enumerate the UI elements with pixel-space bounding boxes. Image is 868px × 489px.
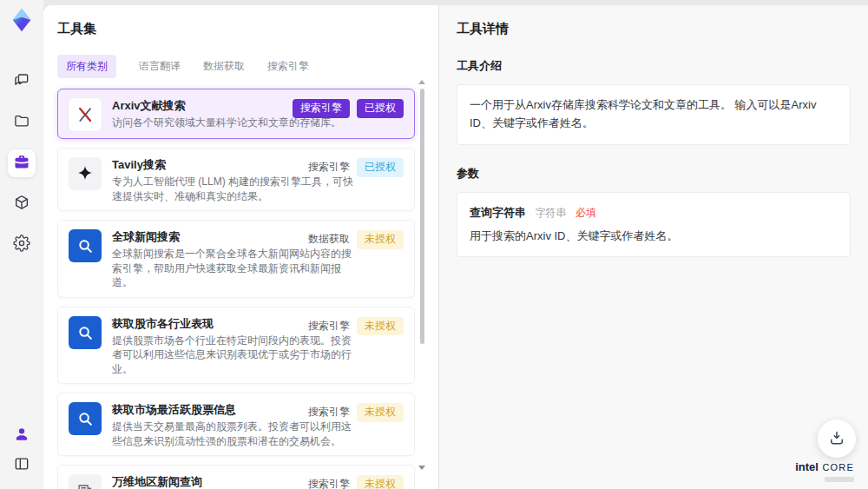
sidebar bbox=[0, 0, 43, 489]
tool-description: 全球新闻搜索是一个聚合全球各大新闻网站内容的搜索引擎，帮助用户快速获取全球最新资… bbox=[112, 247, 355, 290]
tab-all[interactable]: 所有类别 bbox=[57, 55, 116, 78]
tool-detail-panel: 工具详情 工具介绍 一个用于从Arxiv存储库搜索科学论文和文章的工具。 输入可… bbox=[439, 5, 868, 489]
tool-card-list: Arxiv文献搜索 访问各个研究领域大量科学论文和文章的存储库。 搜索引擎 已授… bbox=[57, 89, 415, 489]
sidebar-bottom bbox=[10, 425, 33, 489]
tool-auth-badge: 未授权 bbox=[357, 475, 404, 489]
scroll-down-arrow[interactable] bbox=[418, 466, 425, 470]
app-window: 工具集 所有类别语言翻译数据获取搜索引擎 Arxiv文献搜索 访问各个研究领域大… bbox=[0, 0, 868, 489]
tab-data[interactable]: 数据获取 bbox=[203, 55, 245, 78]
tool-auth-badge: 未授权 bbox=[357, 230, 404, 249]
download-button[interactable] bbox=[818, 420, 856, 458]
tool-card[interactable]: 获取股市各行业表现 提供股票市场各个行业在特定时间段内的表现。投资者可以利用这些… bbox=[57, 307, 415, 385]
intel-brand-text: intel bbox=[795, 460, 819, 473]
tool-auth-badge: 已授权 bbox=[357, 158, 404, 177]
category-tabs: 所有类别语言翻译数据获取搜索引擎 bbox=[57, 55, 438, 78]
tool-auth-badge: 已授权 bbox=[357, 99, 404, 118]
sidebar-item-settings[interactable] bbox=[8, 231, 36, 259]
data-service-icon bbox=[69, 402, 102, 435]
package-icon bbox=[13, 194, 30, 215]
parameter-type: 字符串 bbox=[535, 207, 566, 219]
data-service-icon bbox=[69, 316, 102, 349]
intel-core-logo: intel CORE bbox=[795, 459, 854, 482]
tool-card[interactable]: 万维地区新闻查询 查询具体行政区划内的新闻，快速了解各地新闻动态 搜索引擎 未授… bbox=[57, 465, 415, 489]
tool-category-tag: 搜索引擎 bbox=[308, 405, 350, 420]
sidebar-item-profile[interactable] bbox=[10, 425, 33, 447]
folder-icon bbox=[13, 112, 30, 133]
parameter-required-badge: 必填 bbox=[575, 207, 596, 219]
sidebar-item-chat[interactable] bbox=[8, 68, 36, 96]
parameter-card: 查询字符串 字符串 必填 用于搜索的Arxiv ID、关键字或作者姓名。 bbox=[457, 192, 851, 258]
arxiv-logo-icon bbox=[69, 98, 102, 131]
processor-badge bbox=[825, 477, 854, 482]
sidebar-item-packages[interactable] bbox=[8, 190, 36, 218]
tool-description: 专为人工智能代理 (LLM) 构建的搜索引擎工具，可快速提供实时、准确和真实的结… bbox=[112, 175, 355, 203]
tool-card[interactable]: Tavily搜索 专为人工智能代理 (LLM) 构建的搜索引擎工具，可快速提供实… bbox=[57, 148, 415, 211]
tool-category-tag: 搜索引擎 bbox=[308, 319, 350, 334]
tool-card[interactable]: 获取市场最活跃股票信息 提供当天交易量最高的股票列表。投资者可以利用这些信息来识… bbox=[57, 393, 415, 456]
download-icon bbox=[828, 429, 845, 449]
gear-icon bbox=[13, 235, 30, 255]
parameter-header: 查询字符串 字符串 必填 bbox=[470, 204, 838, 221]
tool-description: 提供当天交易量最高的股票列表。投资者可以利用这些信息来识别流动性强的股票和潜在的… bbox=[112, 420, 355, 448]
scroll-up-arrow[interactable] bbox=[418, 80, 425, 84]
tavily-logo-icon bbox=[69, 157, 102, 190]
tab-translate[interactable]: 语言翻译 bbox=[139, 55, 181, 78]
tool-auth-badge: 未授权 bbox=[357, 317, 404, 336]
newspaper-icon bbox=[69, 474, 102, 489]
detail-title: 工具详情 bbox=[457, 21, 851, 37]
scrollbar-thumb[interactable] bbox=[420, 89, 424, 344]
intro-heading: 工具介绍 bbox=[457, 58, 851, 74]
data-service-icon bbox=[69, 229, 102, 262]
tool-card[interactable]: 全球新闻搜索 全球新闻搜索是一个聚合全球各大新闻网站内容的搜索引擎，帮助用户快速… bbox=[57, 220, 415, 298]
tab-search[interactable]: 搜索引擎 bbox=[267, 55, 309, 78]
tool-category-tag: 搜索引擎 bbox=[308, 160, 350, 175]
sidebar-item-files[interactable] bbox=[8, 109, 36, 136]
toolbox-icon bbox=[13, 153, 30, 174]
panel-toggle-icon bbox=[13, 455, 30, 476]
tool-list-panel: 工具集 所有类别语言翻译数据获取搜索引擎 Arxiv文献搜索 访问各个研究领域大… bbox=[43, 5, 439, 489]
tool-category-tag: 搜索引擎 bbox=[293, 99, 350, 118]
params-heading: 参数 bbox=[457, 166, 851, 182]
core-brand-text: CORE bbox=[822, 462, 854, 472]
main-content: 工具集 所有类别语言翻译数据获取搜索引擎 Arxiv文献搜索 访问各个研究领域大… bbox=[43, 5, 868, 489]
tool-description: 提供股票市场各个行业在特定时间段内的表现。投资者可以利用这些信息来识别表现优于或… bbox=[112, 334, 355, 377]
sidebar-nav bbox=[8, 68, 36, 259]
chat-icon bbox=[13, 71, 30, 92]
tool-intro-text: 一个用于从Arxiv存储库搜索科学论文和文章的工具。 输入可以是Arxiv ID… bbox=[470, 96, 838, 133]
parameter-name: 查询字符串 bbox=[470, 206, 526, 219]
tool-intro-card: 一个用于从Arxiv存储库搜索科学论文和文章的工具。 输入可以是Arxiv ID… bbox=[457, 84, 851, 145]
tool-category-tag: 搜索引擎 bbox=[308, 477, 350, 489]
tool-auth-badge: 未授权 bbox=[357, 403, 404, 422]
tool-category-tag: 数据获取 bbox=[308, 232, 350, 247]
parameter-description: 用于搜索的Arxiv ID、关键字或作者姓名。 bbox=[470, 228, 838, 246]
app-logo-icon[interactable] bbox=[9, 7, 35, 33]
sidebar-item-tools[interactable] bbox=[8, 149, 36, 177]
page-title: 工具集 bbox=[57, 21, 438, 37]
tool-card[interactable]: Arxiv文献搜索 访问各个研究领域大量科学论文和文章的存储库。 搜索引擎 已授… bbox=[57, 89, 415, 139]
user-icon bbox=[13, 426, 30, 446]
sidebar-item-collapse[interactable] bbox=[10, 454, 33, 477]
